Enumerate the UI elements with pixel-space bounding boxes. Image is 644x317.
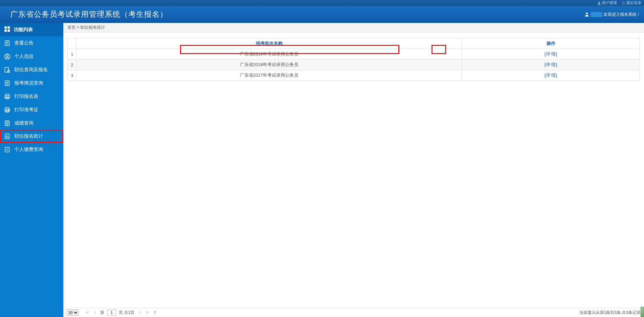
col-header-name: 招考批次名称 <box>77 38 462 49</box>
main-panel: 首页 > 职位报名统计 招考批次名称 操作 1 广东省2019年考试录用公务员 … <box>63 23 644 317</box>
pagination-bar: 10 第 页 共1页 当前显示从第1条到3条 共3条记录 <box>63 308 644 317</box>
table-row: 1 广东省2019年考试录用公务员 [详 情] <box>68 49 640 60</box>
svg-point-11 <box>6 55 8 57</box>
printer-icon <box>4 107 10 113</box>
sidebar-item-label: 报考情况查询 <box>14 80 43 86</box>
page-suffix: 页 共1页 <box>119 310 134 316</box>
svg-rect-2 <box>4 26 7 29</box>
prev-page-button[interactable] <box>93 310 98 315</box>
detail-link[interactable]: [详 情] <box>544 73 557 78</box>
avatar-icon <box>584 12 589 17</box>
payment-icon: ¥ <box>4 147 10 153</box>
logout-link[interactable]: 退出登录 <box>622 0 641 5</box>
grid-icon <box>4 26 10 33</box>
user-icon <box>597 1 601 5</box>
search-doc-icon <box>4 67 10 73</box>
refresh-button[interactable] <box>152 310 157 315</box>
welcome-block: 欢迎进入报名系统！ <box>584 12 641 17</box>
score-icon <box>4 120 10 126</box>
sidebar-item-label: 打印报名表 <box>14 93 38 100</box>
sidebar-item-label: 个人信息 <box>14 53 34 60</box>
svg-text:¥: ¥ <box>6 148 8 151</box>
svg-rect-4 <box>4 29 7 32</box>
row-index: 2 <box>68 60 77 70</box>
sidebar-item-print-admission[interactable]: 打印准考证 <box>0 103 63 116</box>
detail-link[interactable]: [详 情] <box>544 62 557 67</box>
scroll-indicator[interactable] <box>641 307 644 317</box>
svg-point-27 <box>6 122 8 124</box>
col-header-action: 操作 <box>462 38 640 49</box>
sidebar-item-print-form[interactable]: 打印报名表 <box>0 90 63 103</box>
sidebar-item-label: 个人缴费查询 <box>14 147 43 153</box>
table-row: 2 广东省2018年考试录用公务员 [详 情] <box>68 60 640 70</box>
sidebar-item-position-search[interactable]: 职位查询及报名 <box>0 63 63 76</box>
row-name: 广东省2017年考试录用公务员 <box>77 70 462 81</box>
welcome-text: 欢迎进入报名系统！ <box>604 12 641 17</box>
breadcrumb-text: 首页 > 职位报名统计 <box>67 25 105 30</box>
detail-link[interactable]: [详 情] <box>544 51 557 56</box>
sidebar: 功能列表 查看公告 个人信息 职位查询及报名 报考情况查询 打印报名表 打印准考… <box>0 23 63 317</box>
batch-table: 招考批次名称 操作 1 广东省2019年考试录用公务员 [详 情] 2 广东省2… <box>67 38 640 81</box>
top-utility-bar: 用户管理 退出登录 <box>0 0 644 6</box>
table-row: 3 广东省2017年考试录用公务员 [详 情] <box>68 70 640 81</box>
power-icon <box>622 1 625 5</box>
sidebar-item-personal-info[interactable]: 个人信息 <box>0 50 63 63</box>
row-name: 广东省2018年考试录用公务员 <box>77 60 462 70</box>
stats-icon <box>4 133 10 139</box>
user-circle-icon <box>4 53 10 60</box>
print-icon <box>4 93 10 100</box>
sidebar-header-label: 功能列表 <box>14 27 33 33</box>
svg-rect-12 <box>5 67 9 72</box>
sidebar-item-label: 查看公告 <box>14 40 34 46</box>
sidebar-item-application-status[interactable]: 报考情况查询 <box>0 76 63 90</box>
user-badge <box>591 12 602 17</box>
document-icon <box>4 40 10 46</box>
sidebar-item-announcement[interactable]: 查看公告 <box>0 36 63 50</box>
svg-rect-19 <box>5 94 9 96</box>
next-page-button[interactable] <box>137 310 142 315</box>
app-title: 广东省公务员考试录用管理系统（考生报名） <box>10 9 168 20</box>
sidebar-item-label: 职位查询及报名 <box>14 67 48 73</box>
sidebar-item-label: 成绩查询 <box>14 120 34 126</box>
breadcrumb: 首页 > 职位报名统计 <box>63 23 644 33</box>
svg-line-14 <box>9 72 10 73</box>
row-name: 广东省2019年考试录用公务员 <box>77 49 462 60</box>
sidebar-item-payment-query[interactable]: ¥ 个人缴费查询 <box>0 143 63 156</box>
content-area: 招考批次名称 操作 1 广东省2019年考试录用公务员 [详 情] 2 广东省2… <box>63 33 644 308</box>
record-summary: 当前显示从第1条到3条 共3条记录 <box>579 310 641 316</box>
sidebar-item-position-stats[interactable]: 职位报名统计 <box>0 130 63 143</box>
first-page-button[interactable] <box>85 310 90 315</box>
svg-rect-22 <box>5 107 9 109</box>
sidebar-item-label: 职位报名统计 <box>14 133 43 139</box>
user-management-link[interactable]: 用户管理 <box>597 0 617 5</box>
svg-point-25 <box>9 110 9 110</box>
svg-rect-20 <box>5 96 10 98</box>
list-icon <box>4 80 10 86</box>
user-management-label: 用户管理 <box>602 0 617 5</box>
row-index: 3 <box>68 70 77 81</box>
logout-label: 退出登录 <box>626 0 641 5</box>
sidebar-item-score-query[interactable]: 成绩查询 <box>0 116 63 130</box>
col-header-index <box>68 38 77 49</box>
page-prefix: 第 <box>100 310 104 316</box>
main-header: 广东省公务员考试录用管理系统（考生报名） 欢迎进入报名系统！ <box>0 6 644 23</box>
svg-rect-3 <box>8 26 10 29</box>
last-page-button[interactable] <box>145 310 150 315</box>
sidebar-item-label: 打印准考证 <box>14 107 38 113</box>
svg-rect-5 <box>8 29 10 32</box>
sidebar-header: 功能列表 <box>0 23 63 36</box>
page-input[interactable] <box>107 309 116 316</box>
row-index: 1 <box>68 49 77 60</box>
page-size-select[interactable]: 10 <box>67 309 79 316</box>
